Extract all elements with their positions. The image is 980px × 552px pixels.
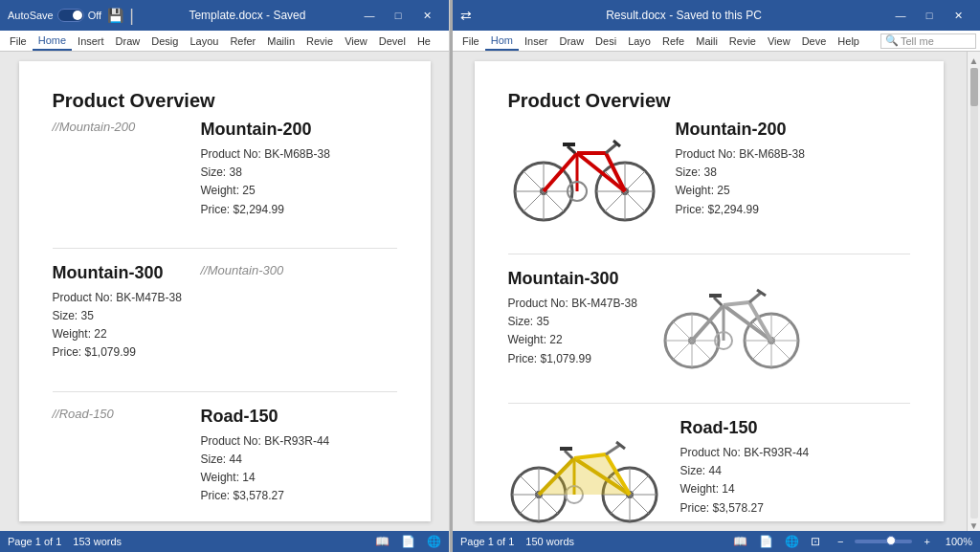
tab-insert-left[interactable]: Insert [72, 33, 110, 50]
right-product-detail-2: Product No: BK-M47B-38 Size: 35 Weight: … [508, 295, 642, 368]
right-product-1: Mountain-200 Product No: BK-M68B-38 Size… [508, 120, 910, 225]
right-minimize-button[interactable]: — [886, 0, 915, 31]
tab-developer-right[interactable]: Deve [796, 33, 833, 50]
right-close-button[interactable]: ✕ [944, 0, 972, 31]
left-placeholder-3: //Road-150 [53, 407, 187, 421]
left-title-bar: AutoSave Off 💾 | Template.docx - Saved —… [0, 0, 449, 31]
bike-image-3 [510, 418, 663, 528]
svg-line-17 [606, 144, 617, 153]
left-product-detail-1: Product No: BK-M68B-38 Size: 38 Weight: … [201, 145, 397, 219]
left-product-name-2a: Mountain-300 [53, 263, 187, 283]
tab-file-right[interactable]: File [457, 33, 485, 50]
left-page-info: Page 1 of 1 [8, 536, 61, 547]
svg-line-19 [568, 146, 575, 153]
left-window-title: Template.docx - Saved [140, 9, 355, 22]
tab-view-left[interactable]: View [339, 33, 373, 50]
bike-image-1 [510, 120, 658, 225]
tab-home-right[interactable]: Hom [485, 32, 519, 51]
autosave-state: Off [88, 10, 101, 21]
web-layout-icon-right[interactable]: 🌐 [785, 535, 799, 548]
bike-image-2 [658, 269, 807, 374]
left-product-name-3: Road-150 [201, 407, 397, 427]
right-product-name-3: Road-150 [680, 418, 910, 438]
right-product-2: Mountain-300 Product No: BK-M47B-38 Size… [508, 269, 910, 374]
svg-marker-67 [574, 454, 630, 495]
right-maximize-button[interactable]: □ [915, 0, 944, 31]
left-page: Product Overview //Mountain-200 Mountain… [19, 61, 431, 521]
scroll-down-btn[interactable]: ▼ [969, 520, 979, 531]
right-product-name-2: Mountain-300 [508, 269, 642, 289]
tab-developer-left[interactable]: Devel [373, 33, 412, 50]
autosave-toggle[interactable]: AutoSave Off [8, 9, 101, 22]
left-doc-title: Product Overview [53, 90, 397, 112]
zoom-plus[interactable]: + [924, 536, 929, 547]
svg-line-39 [749, 293, 761, 302]
right-ribbon: File Hom Inser Draw Desi Layo Refe Maili… [453, 31, 980, 52]
left-status-bar: Page 1 of 1 153 words 📖 📄 🌐 [0, 531, 449, 552]
scroll-up-btn[interactable]: ▲ [969, 55, 979, 66]
tab-design-left[interactable]: Desig [145, 33, 184, 50]
autosave-label: AutoSave [8, 10, 54, 21]
svg-line-63 [565, 451, 572, 458]
left-product-detail-3: Product No: BK-R93R-44 Size: 44 Weight: … [201, 432, 397, 506]
svg-line-36 [724, 302, 749, 305]
maximize-button[interactable]: □ [384, 0, 412, 31]
tab-view-right[interactable]: View [762, 33, 796, 50]
left-doc-content[interactable]: Product Overview //Mountain-200 Mountain… [0, 52, 449, 531]
tab-layout-left[interactable]: Layou [184, 33, 224, 50]
minimize-button[interactable]: — [355, 0, 384, 31]
left-word-count: 153 words [73, 536, 122, 547]
read-mode-icon-right[interactable]: 📖 [733, 535, 747, 548]
right-product-detail-1: Product No: BK-M68B-38 Size: 38 Weight: … [676, 145, 910, 219]
right-window-title: Result.docx - Saved to this PC [481, 9, 886, 22]
close-button[interactable]: ✕ [412, 0, 441, 31]
right-title-bar: ⇄ Result.docx - Saved to this PC — □ ✕ [453, 0, 980, 31]
tab-mailings-right[interactable]: Maili [690, 33, 724, 50]
save-icon[interactable]: 💾 [107, 8, 123, 23]
tab-review-left[interactable]: Revie [301, 33, 339, 50]
right-doc-content[interactable]: ▲ ▼ Product Overview [453, 52, 980, 531]
zoom-slider[interactable] [855, 540, 912, 543]
tab-references-left[interactable]: Refer [224, 33, 261, 50]
left-product-1: //Mountain-200 Mountain-200 Product No: … [53, 120, 397, 219]
left-product-2: Mountain-300 Product No: BK-M47B-38 Size… [53, 263, 397, 363]
tab-review-right[interactable]: Revie [724, 33, 762, 50]
print-layout-icon-right[interactable]: 📄 [759, 535, 773, 548]
tab-help-right[interactable]: Help [832, 33, 865, 50]
svg-line-61 [606, 445, 620, 454]
tab-design-right[interactable]: Desi [590, 33, 622, 50]
right-page: Product Overview [475, 61, 944, 521]
right-product-name-1: Mountain-200 [676, 120, 910, 140]
right-product-detail-3: Product No: BK-R93R-44 Size: 44 Weight: … [680, 444, 910, 518]
right-word-count: 150 words [525, 536, 574, 547]
tab-references-right[interactable]: Refe [657, 33, 690, 50]
read-mode-icon-left[interactable]: 📖 [375, 535, 390, 548]
tab-draw-left[interactable]: Draw [110, 33, 146, 50]
svg-line-41 [714, 298, 722, 305]
left-placeholder-1: //Mountain-200 [53, 120, 187, 134]
web-layout-icon-left[interactable]: 🌐 [427, 535, 441, 548]
right-product-3: Road-150 Product No: BK-R93R-44 Size: 44… [508, 418, 910, 528]
tab-file-left[interactable]: File [4, 33, 33, 50]
tab-draw-right[interactable]: Draw [553, 33, 590, 50]
zoom-level: 100% [946, 536, 972, 547]
tab-layout-right[interactable]: Layo [622, 33, 657, 50]
nav-icon: ⇄ [460, 8, 472, 23]
left-placeholder-2: //Mountain-300 [201, 263, 397, 277]
tab-insert-right[interactable]: Inser [519, 33, 553, 50]
tab-help-left[interactable]: He [412, 33, 436, 50]
right-page-info: Page 1 of 1 [460, 536, 514, 547]
left-ribbon: File Home Insert Draw Desig Layou Refer … [0, 31, 449, 52]
right-doc-title: Product Overview [508, 90, 910, 112]
left-product-detail-2a: Product No: BK-M47B-38 Size: 35 Weight: … [53, 289, 187, 363]
left-product-3: //Road-150 Road-150 Product No: BK-R93R-… [53, 407, 397, 506]
zoom-minus[interactable]: − [837, 536, 843, 547]
tab-mailings-left[interactable]: Mailin [261, 33, 301, 50]
tell-me-input[interactable]: 🔍 Tell me [880, 33, 976, 49]
right-status-bar: Page 1 of 1 150 words 📖 📄 🌐 ⊡ − + 100% [453, 531, 980, 552]
focus-icon-right[interactable]: ⊡ [811, 535, 820, 548]
left-product-name-1: Mountain-200 [201, 120, 397, 140]
print-layout-icon-left[interactable]: 📄 [401, 535, 415, 548]
tab-home-left[interactable]: Home [33, 32, 72, 51]
